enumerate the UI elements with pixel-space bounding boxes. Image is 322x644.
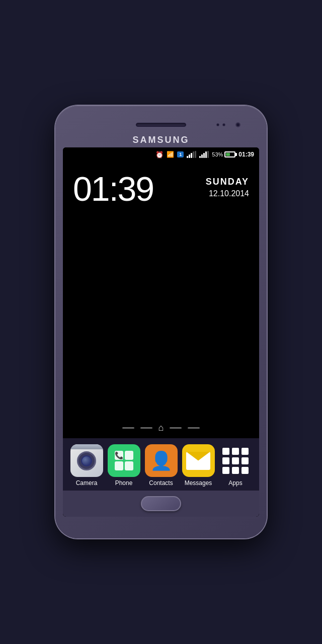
apps-label: Apps bbox=[228, 479, 242, 487]
camera-dot-2 bbox=[222, 123, 225, 126]
bar1 bbox=[187, 156, 188, 158]
status-time: 01:39 bbox=[238, 151, 254, 158]
page-dot-4 bbox=[188, 427, 200, 429]
speaker-grille bbox=[136, 123, 186, 127]
phone-app-icon[interactable]: 📞 bbox=[108, 444, 140, 477]
phone-app-item[interactable]: 📞 Phone bbox=[108, 444, 140, 487]
apps-app-item[interactable]: Apps bbox=[219, 444, 252, 487]
signal-bars-1 bbox=[187, 151, 196, 158]
camera-dots bbox=[216, 123, 225, 126]
contact-person-icon: 👤 bbox=[150, 450, 173, 471]
main-content: 01:39 SUNDAY 12.10.2014 bbox=[63, 162, 259, 418]
camera-stripe bbox=[70, 444, 103, 449]
day-name: SUNDAY bbox=[206, 177, 249, 187]
phone-screen: ⏰ 📶 1 53% bbox=[63, 147, 259, 517]
sim-badge: 1 bbox=[177, 151, 184, 157]
front-camera bbox=[235, 122, 240, 127]
contacts-label: Contacts bbox=[149, 479, 173, 487]
camera-inner bbox=[77, 451, 96, 470]
contacts-app-icon[interactable]: 👤 bbox=[145, 444, 178, 477]
bar3b bbox=[203, 153, 205, 158]
apps-dot-9 bbox=[242, 467, 249, 474]
home-dot-icon[interactable]: ⌂ bbox=[158, 423, 164, 433]
status-bar: ⏰ 📶 1 53% bbox=[63, 147, 259, 162]
home-button[interactable] bbox=[141, 496, 181, 511]
bar5b bbox=[207, 151, 209, 158]
contacts-app-item[interactable]: 👤 Contacts bbox=[145, 444, 178, 487]
apps-dot-3 bbox=[242, 448, 249, 455]
phone-label: Phone bbox=[115, 479, 133, 487]
grid-cell-4 bbox=[125, 461, 133, 470]
camera-dot-1 bbox=[216, 123, 219, 126]
envelope-body bbox=[186, 452, 210, 470]
grid-cell-3 bbox=[115, 461, 123, 470]
page-indicator: ⌂ bbox=[63, 418, 259, 438]
main-clock: 01:39 bbox=[73, 172, 153, 206]
apps-app-icon[interactable] bbox=[219, 444, 252, 477]
apps-dot-6 bbox=[242, 457, 249, 464]
phone-device: SAMSUNG ⏰ 📶 1 53% bbox=[55, 106, 267, 538]
camera-app-icon[interactable] bbox=[70, 444, 103, 477]
page-dot-3 bbox=[170, 427, 182, 429]
samsung-brand-label: SAMSUNG bbox=[132, 135, 189, 145]
apps-dot-4 bbox=[222, 457, 229, 464]
bar1b bbox=[199, 156, 201, 158]
phone-top-bar bbox=[61, 115, 261, 135]
apps-dot-2 bbox=[232, 448, 239, 455]
battery-indicator: 53% bbox=[212, 151, 235, 157]
alarm-icon: ⏰ bbox=[155, 151, 164, 158]
apps-grid bbox=[219, 445, 252, 477]
messages-label: Messages bbox=[185, 479, 212, 487]
apps-dot-1 bbox=[222, 448, 229, 455]
phone-grid: 📞 bbox=[112, 448, 136, 473]
bar4b bbox=[205, 151, 207, 158]
camera-lens-app bbox=[81, 455, 92, 466]
grid-cell-2 bbox=[125, 451, 133, 460]
apps-dot-7 bbox=[222, 467, 229, 474]
bar2b bbox=[201, 154, 203, 158]
camera-app-item[interactable]: Camera bbox=[70, 444, 103, 487]
page-dot-1 bbox=[122, 427, 134, 429]
battery-fill bbox=[226, 153, 230, 156]
page-dot-2 bbox=[140, 427, 152, 429]
signal-bars-2 bbox=[199, 151, 209, 158]
battery-icon bbox=[224, 151, 235, 157]
messages-app-item[interactable]: Messages bbox=[182, 444, 215, 487]
bar3 bbox=[191, 153, 192, 158]
date-area: SUNDAY 12.10.2014 bbox=[206, 172, 249, 198]
date-string: 12.10.2014 bbox=[206, 189, 249, 198]
apps-dot-8 bbox=[232, 467, 239, 474]
bar2 bbox=[189, 154, 190, 158]
grid-cell-1: 📞 bbox=[115, 451, 123, 460]
bar4 bbox=[193, 151, 194, 158]
camera-label: Camera bbox=[76, 479, 98, 487]
envelope-flap bbox=[186, 452, 210, 461]
messages-app-icon[interactable] bbox=[182, 444, 215, 477]
wifi-icon: 📶 bbox=[167, 151, 174, 158]
bar5 bbox=[195, 151, 196, 158]
clock-area: 01:39 SUNDAY 12.10.2014 bbox=[73, 172, 249, 206]
bottom-bar bbox=[63, 491, 259, 517]
app-dock: Camera 📞 Phone 👤 Co bbox=[63, 438, 259, 491]
apps-dot-5 bbox=[232, 457, 239, 464]
battery-percent: 53% bbox=[212, 151, 223, 157]
